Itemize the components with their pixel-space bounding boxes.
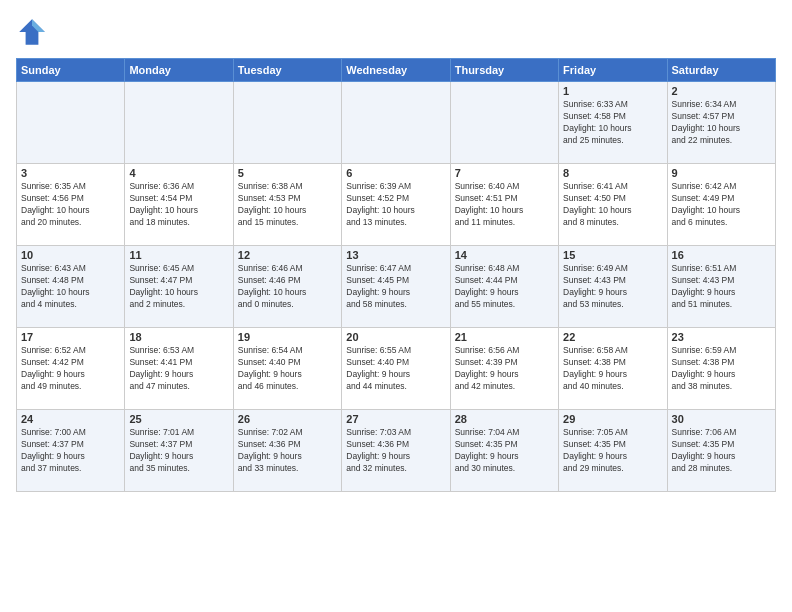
day-number: 6 (346, 167, 445, 179)
day-cell: 21Sunrise: 6:56 AM Sunset: 4:39 PM Dayli… (450, 328, 558, 410)
day-cell: 10Sunrise: 6:43 AM Sunset: 4:48 PM Dayli… (17, 246, 125, 328)
day-number: 18 (129, 331, 228, 343)
day-cell: 13Sunrise: 6:47 AM Sunset: 4:45 PM Dayli… (342, 246, 450, 328)
day-info: Sunrise: 6:36 AM Sunset: 4:54 PM Dayligh… (129, 181, 228, 229)
week-row-3: 10Sunrise: 6:43 AM Sunset: 4:48 PM Dayli… (17, 246, 776, 328)
day-number: 14 (455, 249, 554, 261)
day-info: Sunrise: 6:42 AM Sunset: 4:49 PM Dayligh… (672, 181, 771, 229)
day-cell: 17Sunrise: 6:52 AM Sunset: 4:42 PM Dayli… (17, 328, 125, 410)
day-number: 11 (129, 249, 228, 261)
day-info: Sunrise: 7:04 AM Sunset: 4:35 PM Dayligh… (455, 427, 554, 475)
header-cell-thursday: Thursday (450, 59, 558, 82)
day-number: 24 (21, 413, 120, 425)
day-number: 15 (563, 249, 662, 261)
day-cell: 5Sunrise: 6:38 AM Sunset: 4:53 PM Daylig… (233, 164, 341, 246)
day-number: 25 (129, 413, 228, 425)
day-number: 7 (455, 167, 554, 179)
day-cell (342, 82, 450, 164)
day-number: 5 (238, 167, 337, 179)
day-cell: 18Sunrise: 6:53 AM Sunset: 4:41 PM Dayli… (125, 328, 233, 410)
day-cell: 24Sunrise: 7:00 AM Sunset: 4:37 PM Dayli… (17, 410, 125, 492)
day-number: 29 (563, 413, 662, 425)
day-number: 2 (672, 85, 771, 97)
day-cell (125, 82, 233, 164)
header-row: SundayMondayTuesdayWednesdayThursdayFrid… (17, 59, 776, 82)
day-cell (233, 82, 341, 164)
day-info: Sunrise: 6:39 AM Sunset: 4:52 PM Dayligh… (346, 181, 445, 229)
day-cell: 15Sunrise: 6:49 AM Sunset: 4:43 PM Dayli… (559, 246, 667, 328)
day-number: 9 (672, 167, 771, 179)
day-cell: 27Sunrise: 7:03 AM Sunset: 4:36 PM Dayli… (342, 410, 450, 492)
day-info: Sunrise: 6:59 AM Sunset: 4:38 PM Dayligh… (672, 345, 771, 393)
day-cell: 7Sunrise: 6:40 AM Sunset: 4:51 PM Daylig… (450, 164, 558, 246)
day-cell: 22Sunrise: 6:58 AM Sunset: 4:38 PM Dayli… (559, 328, 667, 410)
day-cell: 14Sunrise: 6:48 AM Sunset: 4:44 PM Dayli… (450, 246, 558, 328)
day-number: 10 (21, 249, 120, 261)
day-info: Sunrise: 6:51 AM Sunset: 4:43 PM Dayligh… (672, 263, 771, 311)
day-number: 28 (455, 413, 554, 425)
day-number: 26 (238, 413, 337, 425)
day-number: 19 (238, 331, 337, 343)
day-info: Sunrise: 6:47 AM Sunset: 4:45 PM Dayligh… (346, 263, 445, 311)
calendar-table: SundayMondayTuesdayWednesdayThursdayFrid… (16, 58, 776, 492)
header-cell-saturday: Saturday (667, 59, 775, 82)
day-info: Sunrise: 7:06 AM Sunset: 4:35 PM Dayligh… (672, 427, 771, 475)
day-info: Sunrise: 6:43 AM Sunset: 4:48 PM Dayligh… (21, 263, 120, 311)
day-number: 17 (21, 331, 120, 343)
day-info: Sunrise: 7:03 AM Sunset: 4:36 PM Dayligh… (346, 427, 445, 475)
day-info: Sunrise: 7:00 AM Sunset: 4:37 PM Dayligh… (21, 427, 120, 475)
day-cell: 19Sunrise: 6:54 AM Sunset: 4:40 PM Dayli… (233, 328, 341, 410)
day-cell: 9Sunrise: 6:42 AM Sunset: 4:49 PM Daylig… (667, 164, 775, 246)
page: SundayMondayTuesdayWednesdayThursdayFrid… (0, 0, 792, 612)
week-row-4: 17Sunrise: 6:52 AM Sunset: 4:42 PM Dayli… (17, 328, 776, 410)
day-cell: 28Sunrise: 7:04 AM Sunset: 4:35 PM Dayli… (450, 410, 558, 492)
day-info: Sunrise: 7:05 AM Sunset: 4:35 PM Dayligh… (563, 427, 662, 475)
day-cell: 30Sunrise: 7:06 AM Sunset: 4:35 PM Dayli… (667, 410, 775, 492)
day-number: 16 (672, 249, 771, 261)
header (16, 16, 776, 48)
logo (16, 16, 52, 48)
day-cell: 23Sunrise: 6:59 AM Sunset: 4:38 PM Dayli… (667, 328, 775, 410)
day-info: Sunrise: 6:56 AM Sunset: 4:39 PM Dayligh… (455, 345, 554, 393)
week-row-5: 24Sunrise: 7:00 AM Sunset: 4:37 PM Dayli… (17, 410, 776, 492)
day-number: 13 (346, 249, 445, 261)
day-number: 20 (346, 331, 445, 343)
day-number: 4 (129, 167, 228, 179)
header-cell-friday: Friday (559, 59, 667, 82)
header-cell-sunday: Sunday (17, 59, 125, 82)
day-info: Sunrise: 6:33 AM Sunset: 4:58 PM Dayligh… (563, 99, 662, 147)
day-cell: 6Sunrise: 6:39 AM Sunset: 4:52 PM Daylig… (342, 164, 450, 246)
day-cell: 8Sunrise: 6:41 AM Sunset: 4:50 PM Daylig… (559, 164, 667, 246)
day-info: Sunrise: 6:58 AM Sunset: 4:38 PM Dayligh… (563, 345, 662, 393)
day-info: Sunrise: 6:49 AM Sunset: 4:43 PM Dayligh… (563, 263, 662, 311)
day-info: Sunrise: 7:01 AM Sunset: 4:37 PM Dayligh… (129, 427, 228, 475)
day-number: 12 (238, 249, 337, 261)
day-number: 23 (672, 331, 771, 343)
day-cell (450, 82, 558, 164)
day-cell: 25Sunrise: 7:01 AM Sunset: 4:37 PM Dayli… (125, 410, 233, 492)
day-info: Sunrise: 6:52 AM Sunset: 4:42 PM Dayligh… (21, 345, 120, 393)
day-info: Sunrise: 7:02 AM Sunset: 4:36 PM Dayligh… (238, 427, 337, 475)
day-cell: 16Sunrise: 6:51 AM Sunset: 4:43 PM Dayli… (667, 246, 775, 328)
header-cell-wednesday: Wednesday (342, 59, 450, 82)
day-cell: 26Sunrise: 7:02 AM Sunset: 4:36 PM Dayli… (233, 410, 341, 492)
day-number: 1 (563, 85, 662, 97)
week-row-1: 1Sunrise: 6:33 AM Sunset: 4:58 PM Daylig… (17, 82, 776, 164)
day-number: 22 (563, 331, 662, 343)
day-info: Sunrise: 6:38 AM Sunset: 4:53 PM Dayligh… (238, 181, 337, 229)
day-number: 30 (672, 413, 771, 425)
day-cell: 1Sunrise: 6:33 AM Sunset: 4:58 PM Daylig… (559, 82, 667, 164)
day-cell: 11Sunrise: 6:45 AM Sunset: 4:47 PM Dayli… (125, 246, 233, 328)
header-cell-tuesday: Tuesday (233, 59, 341, 82)
day-number: 3 (21, 167, 120, 179)
day-info: Sunrise: 6:45 AM Sunset: 4:47 PM Dayligh… (129, 263, 228, 311)
day-info: Sunrise: 6:40 AM Sunset: 4:51 PM Dayligh… (455, 181, 554, 229)
day-cell: 12Sunrise: 6:46 AM Sunset: 4:46 PM Dayli… (233, 246, 341, 328)
day-info: Sunrise: 6:35 AM Sunset: 4:56 PM Dayligh… (21, 181, 120, 229)
header-cell-monday: Monday (125, 59, 233, 82)
day-info: Sunrise: 6:41 AM Sunset: 4:50 PM Dayligh… (563, 181, 662, 229)
day-number: 21 (455, 331, 554, 343)
logo-icon (16, 16, 48, 48)
day-info: Sunrise: 6:34 AM Sunset: 4:57 PM Dayligh… (672, 99, 771, 147)
day-info: Sunrise: 6:54 AM Sunset: 4:40 PM Dayligh… (238, 345, 337, 393)
